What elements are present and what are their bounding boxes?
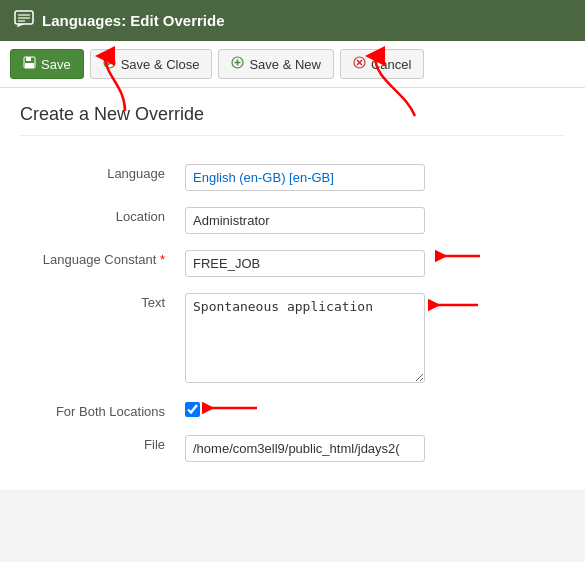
check-icon (103, 56, 116, 72)
language-label: Language (20, 156, 180, 199)
constant-input[interactable] (185, 250, 425, 277)
location-input[interactable] (185, 207, 425, 234)
location-input-cell (180, 199, 565, 242)
main-content: Create a New Override Language Location (0, 88, 585, 490)
svg-rect-5 (26, 57, 31, 61)
arrow-constant (435, 244, 485, 268)
both-locations-label: For Both Locations (20, 394, 180, 427)
cancel-label: Cancel (371, 57, 411, 72)
location-label: Location (20, 199, 180, 242)
language-input-cell (180, 156, 565, 199)
save-close-label: Save & Close (121, 57, 200, 72)
arrow-checkbox (202, 396, 262, 420)
constant-row: Language Constant * (20, 242, 565, 285)
title-bar-title: Languages: Edit Override (42, 12, 225, 29)
form-table: Language Location Language Constant (20, 156, 565, 470)
save-icon (23, 56, 36, 72)
toolbar: Save Save & Close Save & New (0, 41, 585, 88)
language-input[interactable] (185, 164, 425, 191)
text-textarea[interactable]: <span class="underline-text">Spontaneous… (185, 293, 425, 383)
title-bar: Languages: Edit Override (0, 0, 585, 41)
both-locations-input-cell (180, 394, 565, 425)
save-new-button[interactable]: Save & New (218, 49, 334, 79)
page-title: Create a New Override (20, 104, 565, 136)
both-locations-row: For Both Locations (20, 394, 565, 427)
both-locations-checkbox[interactable] (185, 402, 200, 417)
plus-icon (231, 56, 244, 72)
save-button[interactable]: Save (10, 49, 84, 79)
save-close-button[interactable]: Save & Close (90, 49, 213, 79)
arrow-text (428, 293, 483, 317)
cancel-icon (353, 56, 366, 72)
text-input-cell: <span class="underline-text">Spontaneous… (180, 285, 565, 394)
location-row: Location (20, 199, 565, 242)
save-new-label: Save & New (249, 57, 321, 72)
svg-rect-6 (25, 63, 34, 68)
save-label: Save (41, 57, 71, 72)
file-label: File (20, 427, 180, 470)
cancel-button[interactable]: Cancel (340, 49, 424, 79)
language-row: Language (20, 156, 565, 199)
constant-input-cell (180, 242, 565, 285)
title-bar-icon (14, 10, 34, 31)
file-row: File (20, 427, 565, 470)
text-label: Text (20, 285, 180, 394)
file-input-cell (180, 427, 565, 470)
file-input[interactable] (185, 435, 425, 462)
constant-label: Language Constant * (20, 242, 180, 285)
required-star: * (160, 252, 165, 267)
text-row: Text <span class="underline-text">Sponta… (20, 285, 565, 394)
